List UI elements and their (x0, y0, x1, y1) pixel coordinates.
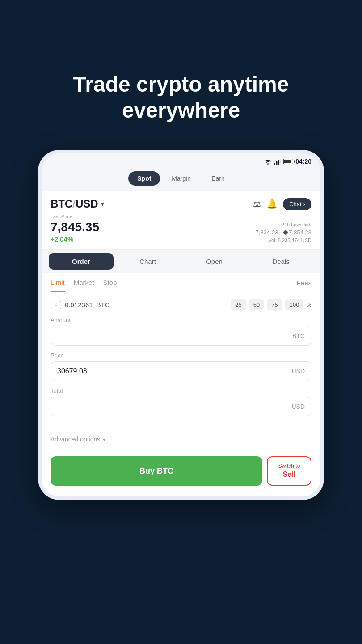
volume-row: Vol: 8,235,474 USD (256, 237, 311, 243)
high-value: 7,854.23 (289, 229, 311, 236)
tab-spot[interactable]: Spot (128, 171, 160, 186)
price-unit: USD (291, 368, 305, 375)
ticker-pair[interactable]: BTC/USD ▾ (51, 198, 104, 210)
balance-scale-icon[interactable]: ⚖ (253, 199, 261, 209)
balance-amount: 0.012361 (65, 301, 93, 309)
balance-small-icon: ⊟ (51, 301, 61, 309)
chat-label: Chat (289, 201, 301, 208)
tab-open[interactable]: Open (182, 253, 247, 270)
price-change: +2.04% (51, 235, 99, 243)
percent-buttons: 25 50 75 100 % (231, 299, 311, 310)
total-unit: USD (291, 403, 305, 410)
total-label: Total (51, 387, 311, 394)
subtab-market[interactable]: Market (74, 279, 94, 292)
chat-button[interactable]: Chat › (283, 198, 311, 210)
svg-rect-0 (274, 163, 275, 165)
tab-chart[interactable]: Chart (115, 253, 180, 270)
ticker-base: BTC/USD (51, 198, 98, 210)
ticker-header: BTC/USD ▾ ⚖ 🔔 Chat › (51, 198, 311, 210)
balance-display: ⊟ 0.012361 BTC (51, 301, 110, 309)
ticker-separator: / (72, 198, 76, 210)
tab-order[interactable]: Order (49, 253, 114, 270)
high-low-label: 24h Low/High (256, 222, 311, 227)
last-price-value: 7,845.35 (51, 220, 99, 234)
last-price-label: Last Price (51, 214, 99, 219)
subtab-limit[interactable]: Limit (51, 279, 65, 292)
slider-thumb (283, 230, 288, 235)
tab-earn[interactable]: Earn (202, 171, 234, 186)
pct-75-button[interactable]: 75 (267, 299, 282, 310)
amount-unit: BTC (292, 332, 305, 339)
high-low-values: 7,834.23 7,854.23 (256, 229, 311, 236)
advanced-chevron-icon: ▾ (103, 436, 105, 443)
total-input-row[interactable]: USD (51, 397, 311, 416)
total-input[interactable] (57, 402, 291, 411)
ticker-section: BTC/USD ▾ ⚖ 🔔 Chat › Last Price 7,845.35… (42, 191, 320, 249)
balance-currency: BTC (97, 301, 110, 309)
balance-row: ⊟ 0.012361 BTC 25 50 75 100 % (51, 299, 311, 310)
status-time: 04:20 (295, 158, 311, 165)
subtab-stop[interactable]: Stop (103, 279, 117, 292)
order-tabs: Order Chart Open Deals (42, 250, 320, 273)
svg-rect-3 (280, 159, 282, 165)
wifi-icon (264, 159, 272, 165)
sub-tabs: Limit Market Stop Fees (42, 273, 320, 292)
price-input[interactable] (57, 367, 291, 375)
bell-icon[interactable]: 🔔 (266, 199, 278, 209)
hero-title: Trade crypto anytime everywhere (46, 72, 316, 123)
low-value: 7,834.23 (256, 229, 278, 236)
pct-100-button[interactable]: 100 (285, 299, 304, 310)
chat-arrow-icon: › (303, 201, 305, 208)
tab-deals[interactable]: Deals (248, 253, 313, 270)
battery-icon (283, 159, 293, 164)
phone-screen: 04:20 Spot Margin Earn BTC/USD ▾ ⚖ 🔔 Cha… (42, 153, 320, 496)
pct-50-button[interactable]: 50 (249, 299, 264, 310)
advanced-options-label: Advanced options (51, 436, 100, 443)
signal-icon (274, 159, 281, 165)
fees-tab[interactable]: Fees (297, 279, 311, 291)
svg-rect-2 (278, 160, 279, 165)
status-bar: 04:20 (42, 153, 320, 168)
switch-to-label: Switch to (278, 463, 300, 469)
phone-mockup: 04:20 Spot Margin Earn BTC/USD ▾ ⚖ 🔔 Cha… (38, 150, 324, 500)
status-icons: 04:20 (264, 158, 311, 165)
price-label: Price (51, 352, 311, 359)
ticker-chevron-icon: ▾ (101, 200, 104, 208)
advanced-options[interactable]: Advanced options ▾ (42, 430, 320, 449)
switch-to-sell-button[interactable]: Switch to Sell (267, 456, 311, 486)
last-price-section: Last Price 7,845.35 +2.04% (51, 214, 99, 243)
form-area: ⊟ 0.012361 BTC 25 50 75 100 % Amount BTC (42, 292, 320, 430)
percent-symbol: % (306, 301, 311, 308)
svg-rect-1 (276, 161, 278, 165)
tab-margin[interactable]: Margin (163, 171, 200, 186)
amount-input-row[interactable]: BTC (51, 326, 311, 346)
ticker-actions: ⚖ 🔔 Chat › (253, 198, 311, 210)
sell-label: Sell (271, 470, 307, 479)
price-row: Last Price 7,845.35 +2.04% 24h Low/High … (51, 214, 311, 243)
action-buttons: Buy BTC Switch to Sell (42, 449, 320, 496)
volume-text: Vol: 8,235,474 USD (268, 237, 311, 243)
hero-section: Trade crypto anytime everywhere (20, 36, 343, 123)
amount-input[interactable] (57, 332, 292, 340)
amount-label: Amount (51, 317, 311, 323)
pct-25-button[interactable]: 25 (231, 299, 246, 310)
buy-button[interactable]: Buy BTC (51, 456, 262, 486)
nav-tabs: Spot Margin Earn (42, 168, 320, 191)
high-low-section: 24h Low/High 7,834.23 7,854.23 Vol: 8,23… (256, 222, 311, 243)
price-input-row[interactable]: USD (51, 361, 311, 381)
